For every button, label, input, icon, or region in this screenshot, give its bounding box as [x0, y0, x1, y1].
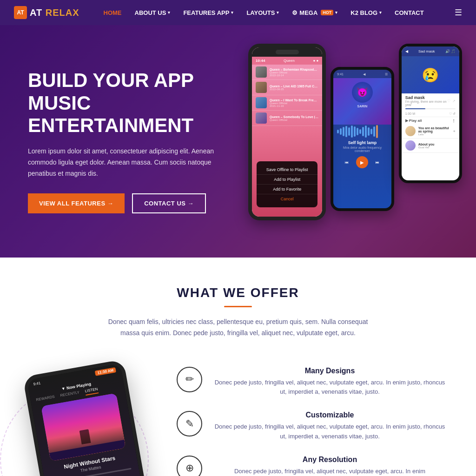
header: AT AT RELAX HOME ABOUT US ▾ FEATURES APP… — [0, 0, 476, 25]
phone-blue-mockup: 9:41 ◀ ☰ 😈 SARIN — [331, 67, 394, 211]
many-designs-icon-wrap: ✏ — [177, 367, 202, 392]
context-menu: Save Offline to Playlist Add to Playlist… — [257, 161, 317, 207]
list-item: You are as beautiful as spring Lala ● — [402, 124, 459, 139]
showcase-badge: 11:30 AM — [95, 367, 116, 376]
features-list: ✏ Many Designs Donec pede justo, fringil… — [177, 357, 448, 476]
hero-buttons: VIEW ALL FEATURES → CONTACT US → — [28, 193, 251, 213]
section-title: WHAT WE OFFER — [14, 285, 462, 300]
play-button[interactable]: ▶ — [356, 156, 368, 168]
section-description: Donec quam felis, ultricies nec class, p… — [99, 317, 377, 339]
next-button[interactable]: ⏭ — [373, 158, 382, 167]
song-list: Queen – Bohemian Rhapsody (Offic... Quee… — [252, 65, 322, 126]
what-we-offer-section: WHAT WE OFFER Donec quam felis, ultricie… — [0, 258, 476, 476]
list-item: About you Guai Hai — [402, 139, 459, 153]
album-art: 😈 SARIN — [333, 78, 391, 125]
edit-icon: ✎ — [185, 418, 194, 430]
chevron-down-icon: ▾ — [277, 10, 279, 15]
like-icon[interactable]: ♡ — [447, 99, 450, 103]
resolution-icon-wrap: ⊕ — [177, 456, 202, 476]
nav-layouts[interactable]: LAYOUTS ▾ — [241, 7, 284, 19]
feature-many-designs: ✏ Many Designs Donec pede justo, fringil… — [177, 367, 448, 397]
feature-name: Many Designs — [212, 367, 448, 375]
chevron-down-icon: ▾ — [168, 10, 170, 15]
list-item: Queen – Live AID 1985 Full Conce... 2022… — [252, 80, 322, 95]
prev-button[interactable]: ⏮ — [342, 158, 351, 167]
hero-title: BUILD YOUR APP MUSIC ENTERTAINMENT — [28, 69, 251, 137]
feature-any-resolution: ⊕ Any Resolution Donec pede justo, fring… — [177, 456, 448, 476]
nav-contact[interactable]: CONTACT — [389, 7, 430, 19]
logo-icon: AT — [14, 6, 27, 19]
hot-badge: HOT — [321, 10, 333, 15]
feature-desc: Donec pede justo, fringilla vel, aliquet… — [212, 378, 448, 397]
phone-dark-mockup: ◀ Sad mask 🔊 🎵 😢 Sad mask I'm giving, th… — [399, 44, 462, 183]
showcase-artwork — [41, 393, 126, 461]
customizable-icon-wrap: ✎ — [177, 411, 202, 436]
hero-section: BUILD YOUR APP MUSIC ENTERTAINMENT Lorem… — [0, 25, 476, 258]
blue-phone-song-title: Self light lamp — [333, 139, 391, 146]
resize-icon: ⊕ — [185, 462, 194, 474]
chevron-down-icon: ▾ — [335, 10, 337, 15]
feature-name: Customizable — [212, 411, 448, 419]
feature-desc: Donec pede justo, fringilla vel, aliquet… — [212, 422, 448, 442]
hero-description: Lorem ipsum dolor sit amet, consectetuer… — [28, 146, 223, 179]
hamburger-icon[interactable]: ☰ — [455, 7, 462, 18]
features-area: 9:41 11:30 AM ▼ Now Playing REWARDS RECE… — [14, 357, 462, 476]
contact-us-button[interactable]: CONTACT US → — [132, 193, 206, 213]
chevron-down-icon: ▾ — [379, 10, 382, 15]
nav-about[interactable]: ABOUT US ▾ — [129, 7, 176, 19]
chevron-down-icon: ▾ — [231, 10, 233, 15]
dark-phone-artwork: 😢 — [402, 56, 459, 93]
logo[interactable]: AT AT RELAX — [14, 6, 79, 19]
feature-customizable: ✎ Customizable Donec pede justo, fringil… — [177, 411, 448, 442]
feature-name: Any Resolution — [212, 456, 448, 464]
brush-icon: ✏ — [185, 373, 194, 385]
list-item: Queen – Bohemian Rhapsody (Offic... Quee… — [252, 65, 322, 80]
brand-name: AT RELAX — [30, 7, 79, 18]
playback-controls: ⏮ ▶ ⏭ — [333, 152, 391, 172]
nav-k2blog[interactable]: K2 BLOG ▾ — [345, 7, 387, 19]
title-underline — [224, 306, 252, 307]
share-icon[interactable]: ↗ — [452, 99, 456, 103]
feature-desc: Donec pede justo, fringilla vel, aliquet… — [212, 467, 448, 476]
nav-features[interactable]: FEATURES APP ▾ — [178, 7, 239, 19]
nav-home[interactable]: HOME — [98, 7, 127, 19]
view-features-button[interactable]: VIEW ALL FEATURES → — [28, 193, 125, 213]
hero-content: BUILD YOUR APP MUSIC ENTERTAINMENT Lorem… — [28, 69, 251, 213]
hero-phones: 10:44 Queen ● ● Queen – Bohemian Rhapsod… — [248, 30, 462, 258]
phone-main-mockup: 10:44 Queen ● ● Queen – Bohemian Rhapsod… — [248, 44, 326, 220]
list-item: Queen – I Want To Break Free (O... Queen… — [252, 95, 322, 111]
showcase-phone-area: 9:41 11:30 AM ▼ Now Playing REWARDS RECE… — [28, 357, 158, 476]
main-nav: HOME ABOUT US ▾ FEATURES APP ▾ LAYOUTS ▾… — [98, 7, 455, 19]
nav-mega[interactable]: ⚙ MEGA HOT ▾ — [286, 7, 343, 19]
waveform — [333, 125, 391, 139]
blue-phone-song-sub: Mira delor audio frequency condenser — [333, 146, 391, 152]
list-item: Queen – Somebody To Love (Offic... Queen… — [252, 111, 322, 126]
